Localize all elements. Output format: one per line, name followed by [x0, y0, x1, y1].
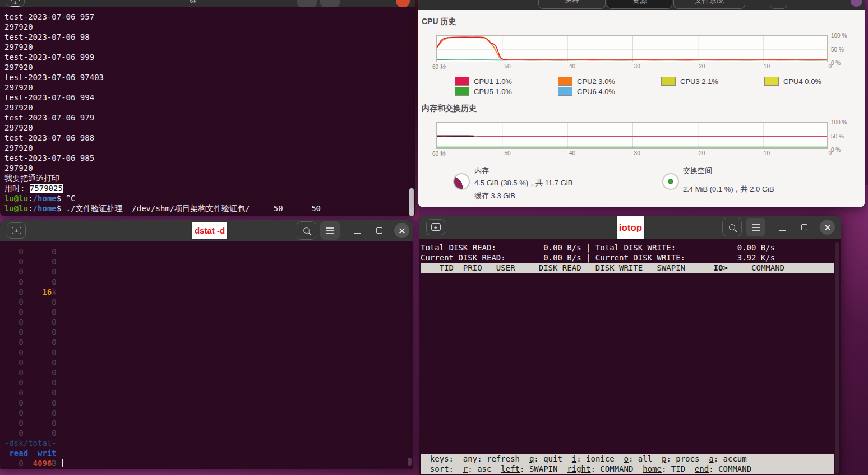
scrollbar[interactable] [408, 458, 412, 466]
terminal-line: keys: any: refresh q: quit i: ionice o: … [421, 454, 834, 464]
swap-usage: 2.4 MiB (0.1 %)，共 2.0 GiB [683, 184, 774, 194]
iotop-terminal-window: iotop Total DISK READ: 0.00 B/s | Total … [419, 216, 841, 475]
memory-cache: 缓存 3.3 GiB [474, 191, 515, 201]
terminal-line: 0 0 [4, 357, 407, 367]
terminal-line: 297920 [4, 42, 408, 52]
minimize-button[interactable] [774, 218, 791, 236]
axis-tick: 50 [504, 63, 510, 71]
axis-tick: 0 [828, 63, 832, 71]
axis-tick: 0 [828, 150, 832, 158]
terminal-line: 0 0 [4, 428, 407, 438]
legend-swatch-icon [455, 77, 469, 86]
terminal-line: 297920 [4, 163, 408, 173]
memory-y-axis: 100 %50 %0 % [831, 119, 853, 153]
legend-label: CPU1 1.0% [474, 77, 512, 86]
axis-tick: 60 秒 [432, 150, 446, 158]
cpu-legend-item: CPU4 0.0% [764, 76, 867, 86]
window-title-partial: @ [190, 0, 197, 4]
cpu-history-chart [436, 35, 828, 62]
cpu-legend: CPU1 1.0%CPU2 3.0%CPU3 2.1%CPU4 0.0%CPU5… [455, 76, 867, 96]
tab-label: 进程 [565, 0, 579, 6]
terminal-titlebar[interactable]: @ [0, 0, 415, 7]
headerbar-menu-button[interactable] [770, 0, 787, 9]
maximize-icon [801, 224, 807, 230]
terminal-line: test-2023-07-06 98 [4, 32, 408, 42]
memory-label: 内存 [474, 166, 489, 176]
terminal-line: test-2023-07-06 957 [4, 12, 408, 22]
axis-tick: 10 [764, 63, 770, 71]
menu-button[interactable] [320, 221, 340, 240]
cpu-legend-item: CPU5 1.0% [455, 86, 558, 96]
terminal-line: 0 0 [4, 408, 407, 418]
swap-circle-icon [662, 173, 679, 190]
minimize-button[interactable] [349, 221, 366, 240]
cpu-y-axis: 100 %50 %0 % [831, 32, 853, 66]
terminal-window-main: @ test-2023-07-06 957297920test-2023-07-… [0, 0, 415, 216]
close-button[interactable] [394, 223, 409, 238]
headerbar-close-button[interactable] [851, 0, 862, 7]
legend-swatch-icon [661, 77, 676, 86]
terminal-line: test-2023-07-06 999 [4, 52, 408, 62]
search-icon [729, 224, 735, 230]
swap-label: 交换空间 [683, 166, 712, 176]
terminal-line: 0 0 [4, 418, 407, 428]
close-icon [824, 224, 831, 231]
tab-resources[interactable]: 资源 [607, 0, 672, 9]
new-tab-button[interactable] [7, 222, 26, 239]
terminal-line: test-2023-07-06 97403 [4, 72, 408, 82]
maximize-icon [376, 227, 382, 234]
maximize-button[interactable] [371, 221, 387, 240]
terminal-line: lu@lu:/home$ ./文件验证处理 /dev/shm/项目架构文件验证包… [4, 203, 408, 213]
menu-button[interactable] [320, 0, 340, 7]
terminal-line: 297920 [4, 143, 408, 153]
iotop-column-header: TID PRIO USER DISK READ DISK WRITE SWAPI… [421, 263, 834, 273]
dstat-output: 0 0 0 0 0 0 0 0 0 16k 0 0 0 0 0 0 0 0 0 … [4, 246, 407, 468]
terminal-line: TID PRIO USER DISK READ DISK WRITE SWAPI… [421, 263, 834, 273]
maximize-button[interactable] [796, 218, 812, 236]
search-icon [303, 227, 310, 234]
tab-processes[interactable]: 进程 [538, 0, 606, 9]
search-button[interactable] [722, 218, 742, 236]
new-tab-button[interactable] [426, 219, 445, 235]
tab-filesystems[interactable]: 文件系统 [673, 0, 745, 9]
axis-tick: 40 [569, 63, 575, 71]
terminal-line: test-2023-07-06 979 [4, 113, 408, 123]
legend-swatch-icon [558, 77, 572, 86]
axis-tick: 50 % [831, 46, 853, 53]
new-tab-icon [12, 227, 21, 234]
terminal-output: test-2023-07-06 957297920test-2023-07-06… [4, 12, 408, 213]
memory-history-title: 内存和交换历史 [422, 104, 477, 114]
scrollbar[interactable] [409, 188, 414, 216]
menu-icon [326, 230, 334, 231]
axis-tick: 50 % [831, 133, 853, 139]
terminal-line: -dsk/total- [4, 438, 407, 448]
search-button[interactable] [297, 0, 317, 7]
close-button[interactable] [820, 220, 835, 235]
terminal-line: 0 0 [4, 317, 407, 327]
terminal-line: 0 16k [4, 287, 407, 297]
axis-tick: 100 % [831, 119, 853, 125]
scrollbar[interactable] [835, 242, 839, 474]
iotop-keys-bar: keys: any: refresh q: quit i: ionice o: … [421, 454, 834, 474]
tab-label: 资源 [632, 0, 647, 6]
new-tab-button[interactable] [6, 0, 25, 7]
close-button[interactable] [396, 0, 410, 7]
terminal-line: 0 0 [4, 398, 407, 408]
menu-button[interactable] [746, 218, 765, 236]
system-monitor-headerbar[interactable]: 进程 资源 文件系统 [418, 0, 865, 10]
minimize-icon [779, 230, 786, 231]
memory-x-axis: 60 秒50403020100 [432, 150, 832, 158]
cpu-history-title: CPU 历史 [422, 17, 456, 27]
axis-tick: 20 [699, 150, 705, 158]
terminal-line: lu@lu:/home$ ^C [4, 193, 408, 203]
dstat-terminal-window: dstat -d 0 0 0 0 0 0 0 0 0 16k 0 0 0 0 0… [0, 220, 413, 469]
memory-usage: 4.5 GiB (38.5 %)，共 11.7 GiB [474, 178, 572, 188]
dstat-annotation-label: dstat -d [192, 222, 227, 239]
legend-swatch-icon [764, 77, 779, 86]
terminal-line: 0 0 [4, 347, 407, 357]
search-button[interactable] [297, 221, 316, 240]
legend-label: CPU4 0.0% [783, 77, 821, 86]
terminal-line: 我要把通道打印 [4, 173, 408, 183]
terminal-line: 0 0 [4, 337, 407, 347]
terminal-line: test-2023-07-06 994 [4, 92, 408, 103]
